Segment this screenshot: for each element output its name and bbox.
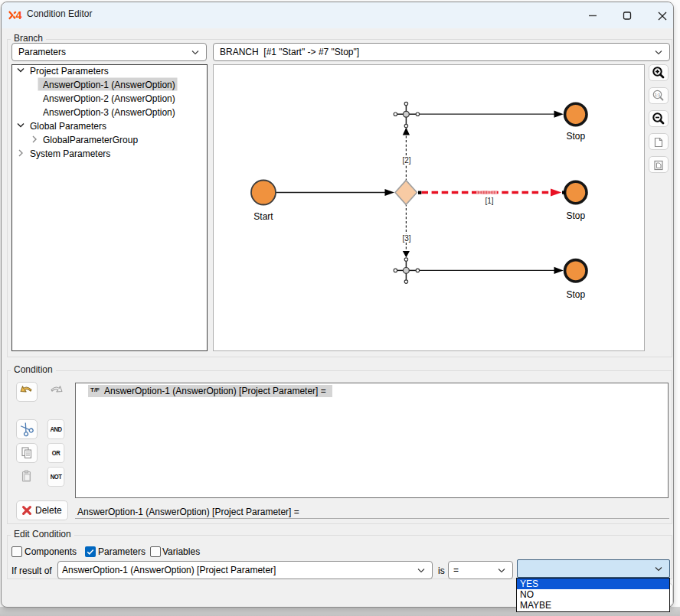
svg-text:Stop: Stop: [566, 131, 585, 142]
svg-text:Global Parameters: Global Parameters: [30, 121, 106, 132]
svg-text:[1]: [1]: [485, 197, 493, 205]
svg-text:AnswerOption-1 (AnswerOption): AnswerOption-1 (AnswerOption): [43, 80, 175, 90]
svg-text:Stop: Stop: [566, 289, 585, 300]
svg-text:[3]: [3]: [402, 234, 410, 243]
svg-text:[2]: [2]: [402, 156, 410, 165]
svg-text:4: 4: [15, 9, 21, 21]
svg-text:System Parameters: System Parameters: [30, 148, 110, 159]
svg-text:AnswerOption-2 (AnswerOption): AnswerOption-2 (AnswerOption): [43, 93, 175, 104]
svg-text:AnswerOption-3 (AnswerOption): AnswerOption-3 (AnswerOption): [43, 107, 175, 118]
svg-text:Project Parameters: Project Parameters: [30, 66, 109, 77]
svg-text:1:1: 1:1: [655, 93, 661, 97]
svg-text:GlobalParameterGroup: GlobalParameterGroup: [43, 135, 138, 145]
svg-text:Start: Start: [253, 211, 273, 222]
svg-text:Stop: Stop: [566, 210, 585, 221]
